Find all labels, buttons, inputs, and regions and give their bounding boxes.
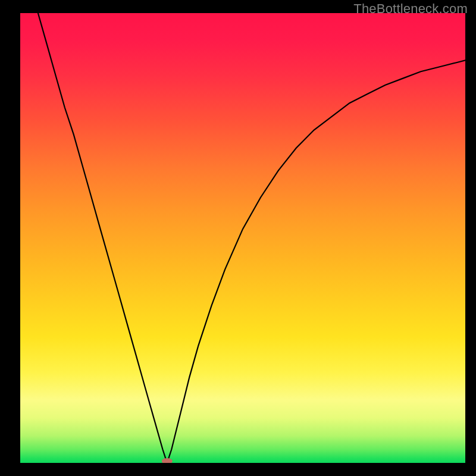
outer-frame: TheBottleneck.com	[0, 0, 476, 476]
chart-svg	[20, 13, 465, 463]
bottleneck-curve	[38, 13, 465, 463]
chart-plot-area	[20, 13, 465, 463]
optimum-marker	[162, 458, 173, 463]
